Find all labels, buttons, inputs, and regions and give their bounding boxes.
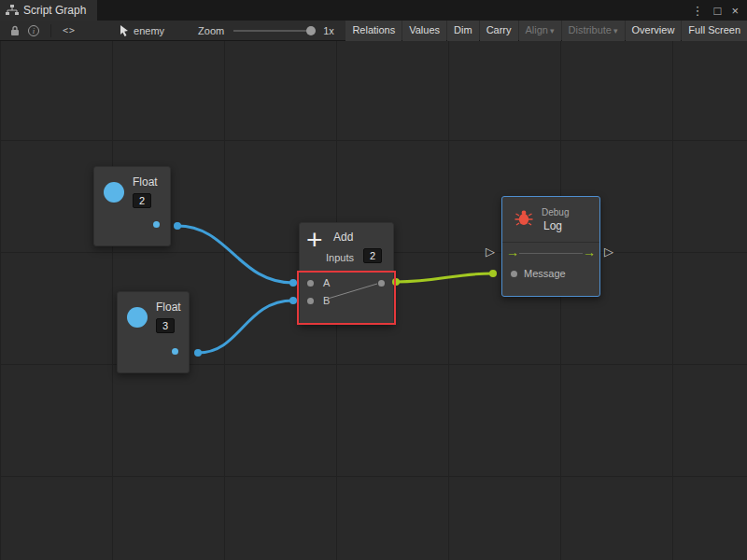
node-title: Float bbox=[133, 175, 158, 189]
wire-endpoint[interactable] bbox=[489, 270, 497, 277]
wire-endpoint[interactable] bbox=[289, 279, 297, 287]
message-label: Message bbox=[524, 268, 566, 279]
chevron-down-icon: ▾ bbox=[550, 26, 555, 35]
menu-icon[interactable]: ⋮ bbox=[692, 4, 704, 18]
inputs-label: Inputs bbox=[326, 252, 354, 263]
debug-log-node[interactable]: Debug Log → → Message bbox=[501, 196, 600, 297]
flow-out-triangle-icon[interactable]: ▷ bbox=[604, 245, 613, 259]
wire-float3-to-b[interactable] bbox=[198, 301, 293, 353]
code-view-icon[interactable]: <> bbox=[63, 25, 76, 35]
info-icon[interactable]: i bbox=[28, 25, 39, 36]
message-input-port[interactable] bbox=[511, 271, 517, 277]
flow-in-triangle-icon[interactable]: ▷ bbox=[486, 245, 495, 259]
wire-float2-to-a[interactable] bbox=[177, 226, 293, 283]
relations-button[interactable]: Relations bbox=[345, 21, 402, 41]
float-output-port[interactable] bbox=[172, 348, 178, 355]
wire-add-to-log[interactable] bbox=[396, 273, 493, 282]
flow-out-arrow-icon[interactable]: → bbox=[583, 245, 596, 259]
fullscreen-button[interactable]: Full Screen bbox=[682, 21, 747, 41]
script-graph-icon bbox=[6, 5, 19, 16]
graph-name: enemy bbox=[134, 25, 164, 36]
bug-icon bbox=[514, 209, 533, 226]
float-value-field[interactable]: 2 bbox=[133, 193, 151, 208]
flow-line bbox=[519, 253, 583, 254]
values-button[interactable]: Values bbox=[402, 21, 446, 41]
wire-endpoint[interactable] bbox=[289, 297, 297, 304]
close-icon[interactable]: × bbox=[731, 4, 739, 18]
float-output-port[interactable] bbox=[153, 221, 160, 228]
node-title: Float bbox=[156, 301, 181, 314]
titlebar: Script Graph ⋮ □ × bbox=[0, 0, 747, 21]
align-dropdown: Align▾ bbox=[519, 21, 561, 41]
graph-toolbar: i <> enemy Zoom 1x Relations Values Dim … bbox=[0, 21, 747, 41]
float-node-3[interactable]: Float 3 bbox=[117, 291, 190, 373]
node-title: Log bbox=[543, 219, 562, 232]
toolbar-separator bbox=[50, 24, 51, 37]
plus-icon: + bbox=[306, 221, 323, 259]
inputs-count-field[interactable]: 2 bbox=[363, 248, 382, 263]
tab-script-graph[interactable]: Script Graph bbox=[0, 0, 97, 21]
zoom-value: 1x bbox=[323, 25, 334, 36]
node-divider bbox=[502, 242, 599, 243]
distribute-dropdown: Distribute▾ bbox=[562, 21, 625, 41]
wire-endpoint[interactable] bbox=[174, 222, 181, 230]
wire-endpoint[interactable] bbox=[194, 349, 202, 357]
zoom-label: Zoom bbox=[198, 25, 224, 36]
literal-circle-icon bbox=[127, 307, 148, 328]
graph-canvas[interactable]: Float 2 Float 3 + Add Inputs 2 A B D bbox=[0, 41, 747, 560]
carry-button[interactable]: Carry bbox=[480, 21, 518, 41]
tab-title: Script Graph bbox=[23, 4, 86, 17]
literal-circle-icon bbox=[104, 182, 124, 203]
selection-rect bbox=[297, 271, 396, 325]
zoom-slider[interactable] bbox=[233, 30, 316, 32]
flow-in-arrow-icon[interactable]: → bbox=[506, 245, 519, 259]
node-title: Add bbox=[333, 231, 353, 244]
graph-pointer-icon bbox=[119, 24, 130, 37]
window-controls: ⋮ □ × bbox=[692, 4, 747, 18]
maximize-icon[interactable]: □ bbox=[714, 4, 722, 18]
chevron-down-icon: ▾ bbox=[613, 26, 618, 35]
overview-button[interactable]: Overview bbox=[626, 21, 682, 41]
lock-icon[interactable] bbox=[9, 25, 21, 36]
zoom-slider-handle[interactable] bbox=[306, 26, 316, 35]
node-category: Debug bbox=[542, 207, 569, 217]
dim-button[interactable]: Dim bbox=[447, 21, 479, 41]
graph-breadcrumb[interactable]: enemy bbox=[119, 24, 164, 37]
toolbar-buttons: Relations Values Dim Carry Align▾ Distri… bbox=[345, 21, 747, 41]
float-value-field[interactable]: 3 bbox=[156, 318, 175, 333]
float-node-2[interactable]: Float 2 bbox=[93, 166, 171, 246]
